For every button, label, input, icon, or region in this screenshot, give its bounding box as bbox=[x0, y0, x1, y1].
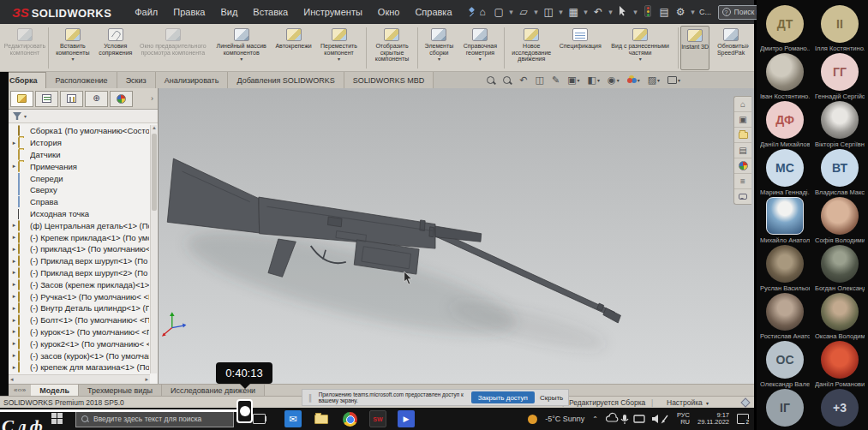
expand-arrow-icon[interactable]: ▸ bbox=[10, 340, 18, 347]
clock[interactable]: 9:1729.11.2022 bbox=[697, 412, 729, 426]
solidworks-taskbar-icon[interactable]: SW bbox=[369, 410, 386, 427]
file-explorer-icon[interactable] bbox=[313, 410, 330, 427]
edit-component-button[interactable]: Редактировать компонент bbox=[3, 26, 46, 70]
video-seek-bar[interactable] bbox=[0, 409, 239, 412]
weather-label[interactable]: -5°C Sunny bbox=[545, 415, 584, 423]
participant-tile-selected[interactable]: Михайло Анатол.. bbox=[760, 197, 810, 245]
sketch-view-icon[interactable]: ✎ bbox=[552, 75, 560, 86]
expand-arrow-icon[interactable]: ▸ bbox=[10, 234, 18, 241]
menu-window[interactable]: Окно bbox=[370, 7, 408, 17]
rifle-rear-sight[interactable] bbox=[327, 217, 342, 227]
participant-tile[interactable]: ГГ Геннадій Сергійо.. bbox=[815, 53, 865, 101]
expand-arrow-icon[interactable]: ▸ bbox=[10, 364, 18, 371]
dropdown-arrow-icon[interactable]: ▾ bbox=[240, 57, 242, 63]
new-dropdown-icon[interactable]: ▾ bbox=[508, 8, 515, 16]
tree-item[interactable]: ▸(-) засов (курок)<1> (По умолчани bbox=[10, 349, 149, 361]
dropdown-arrow-icon[interactable]: ▾ bbox=[438, 57, 440, 63]
tray-icon-cluster[interactable] bbox=[606, 412, 669, 426]
assembly-features-button[interactable]: Элементы сборки ▾ bbox=[420, 26, 458, 70]
previous-view-icon[interactable]: ↶ bbox=[519, 75, 527, 86]
expand-arrow-icon[interactable]: ▸ bbox=[10, 328, 18, 335]
tree-vertical-scrollbar[interactable]: ▲ bbox=[150, 125, 157, 373]
view-settings-icon[interactable]: ▾ bbox=[667, 76, 680, 84]
rifle-muzzle[interactable] bbox=[603, 308, 621, 323]
expand-arrow-icon[interactable]: ▸ bbox=[10, 281, 18, 288]
zoom-to-fit-icon[interactable] bbox=[487, 76, 495, 85]
show-hidden-components-button[interactable]: Отобразить скрытые компоненты bbox=[368, 26, 416, 70]
weather-sun-icon[interactable] bbox=[528, 415, 537, 424]
propertymanager-tab[interactable] bbox=[35, 91, 58, 107]
task-view-icon[interactable] bbox=[253, 414, 266, 424]
expand-arrow-icon[interactable]: ▸ bbox=[10, 293, 18, 300]
tree-item[interactable]: ▸(-) Болт<1> (По умолчанию< <По bbox=[10, 314, 149, 326]
undo-dropdown-icon[interactable]: ▾ bbox=[608, 8, 614, 16]
expand-arrow-icon[interactable]: ▸ bbox=[10, 222, 18, 229]
component-preview-window-button[interactable]: Окно предварительного просмотра компонен… bbox=[136, 26, 210, 70]
expand-arrow-icon[interactable]: ▸ bbox=[10, 140, 18, 146]
participant-tile[interactable]: Руслан Васильов.. bbox=[760, 245, 810, 293]
hide-banner-link[interactable]: Скрыть bbox=[540, 394, 563, 402]
menu-insert[interactable]: Вставка bbox=[245, 7, 296, 17]
expand-arrow-icon[interactable]: ▸ bbox=[10, 352, 18, 359]
new-document-icon[interactable]: ▢ bbox=[492, 6, 506, 18]
tree-item[interactable]: ▸(-) приклад<1> (По умолчанию< < bbox=[10, 243, 149, 255]
section-view-icon[interactable]: ◫ bbox=[536, 75, 544, 86]
view-orientation-icon[interactable]: ▣▾ bbox=[567, 75, 579, 86]
apply-scene-icon[interactable]: ▨▾ bbox=[648, 75, 660, 86]
linear-pattern-button[interactable]: Линейный массив компонентов ▾ bbox=[210, 26, 273, 70]
tree-item[interactable]: ▸(-) курок<1> (По умолчанию< <По bbox=[10, 326, 149, 338]
dropdown-arrow-icon[interactable]: ▾ bbox=[479, 57, 482, 63]
expand-arrow-icon[interactable]: ▸ bbox=[10, 305, 18, 312]
select-dropdown-icon[interactable]: ▾ bbox=[632, 8, 639, 16]
hide-show-items-icon[interactable]: ◉▾ bbox=[608, 75, 620, 86]
tree-item[interactable]: Датчики bbox=[10, 149, 149, 161]
tree-item-root[interactable]: Сборка1 (По умолчанию<Состояние ( bbox=[10, 125, 149, 137]
home-icon[interactable]: ⌂ bbox=[734, 97, 751, 112]
dropdown-arrow-icon[interactable]: ▾ bbox=[71, 57, 74, 63]
assembly-model-rifle[interactable] bbox=[159, 88, 754, 384]
forum-icon[interactable] bbox=[734, 189, 751, 204]
save-dropdown-icon[interactable]: ▾ bbox=[558, 8, 565, 16]
edit-appearance-icon[interactable]: ▾ bbox=[627, 76, 640, 85]
menu-tools[interactable]: Инструменты bbox=[296, 7, 370, 17]
filter-funnel-icon[interactable] bbox=[13, 112, 21, 120]
participant-tile[interactable]: ІІ Ілля Костянтино.. bbox=[815, 5, 865, 53]
display-style-icon[interactable]: ◧▾ bbox=[588, 75, 600, 86]
participant-tile[interactable]: Даніїл Романови.. bbox=[815, 341, 865, 389]
participant-tile[interactable]: Іван Костянтино.. bbox=[760, 53, 810, 101]
chrome-icon[interactable] bbox=[341, 410, 358, 427]
ribbon-overflow-button[interactable]: » bbox=[744, 41, 749, 51]
rifle-sight-post-2[interactable] bbox=[429, 227, 434, 237]
design-library-icon[interactable] bbox=[734, 128, 751, 143]
tree-item[interactable]: Спереди bbox=[10, 172, 149, 184]
tree-item[interactable]: ▸(-) Крепеж приклада<1> (По умол bbox=[10, 231, 149, 243]
move-component-button[interactable]: Переместить компонент ▾ bbox=[314, 26, 364, 70]
exploded-view-button[interactable]: Вид с разнесенными частями ▾ bbox=[604, 26, 676, 70]
dimxpertmanager-tab[interactable]: ⊕ bbox=[85, 91, 108, 107]
tags-icon[interactable] bbox=[740, 397, 750, 407]
notification-center-icon[interactable]: 2 bbox=[737, 414, 749, 424]
tab-model[interactable]: Модель bbox=[31, 385, 79, 396]
participant-tile[interactable]: Софія Володими.. bbox=[815, 197, 865, 245]
participant-tile[interactable]: Вікторія Сергіївн.. bbox=[815, 101, 865, 149]
custom-properties-icon[interactable]: ≡ bbox=[734, 174, 751, 189]
smart-fasteners-button[interactable]: Автокрепежи bbox=[273, 26, 314, 70]
featuremanager-tab[interactable] bbox=[10, 91, 33, 107]
rifle-buttstock[interactable] bbox=[167, 158, 259, 233]
tree-item[interactable]: ▸(-) Внутр Деталь цилиндр<1> (По у bbox=[10, 302, 149, 314]
participant-tile[interactable]: Богдан Олександ.. bbox=[815, 245, 865, 293]
resources-icon[interactable]: ▣ bbox=[734, 112, 751, 128]
options-dropdown-icon[interactable]: ▾ bbox=[690, 8, 697, 16]
expand-arrow-icon[interactable]: ▸ bbox=[10, 258, 18, 265]
tab-sketch[interactable]: Эскиз bbox=[117, 72, 156, 88]
tree-filter-row[interactable]: ▾ bbox=[9, 110, 158, 123]
rebuild-traffic-light-icon[interactable] bbox=[641, 5, 655, 20]
tree-item[interactable]: ▸(-) крепеж для магазина<1> (По ум bbox=[10, 361, 149, 373]
dropdown-arrow-icon[interactable]: ▾ bbox=[338, 57, 340, 63]
save-icon[interactable]: ◫ bbox=[542, 6, 556, 18]
tree-item[interactable]: Справа bbox=[10, 196, 149, 208]
tab-solidworks-mbd[interactable]: SOLIDWORKS MBD bbox=[344, 72, 434, 88]
zoom-to-area-icon[interactable] bbox=[503, 76, 512, 85]
undo-icon[interactable]: ↶ bbox=[591, 6, 606, 18]
insert-components-button[interactable]: Вставить компоненты ▾ bbox=[51, 26, 95, 70]
